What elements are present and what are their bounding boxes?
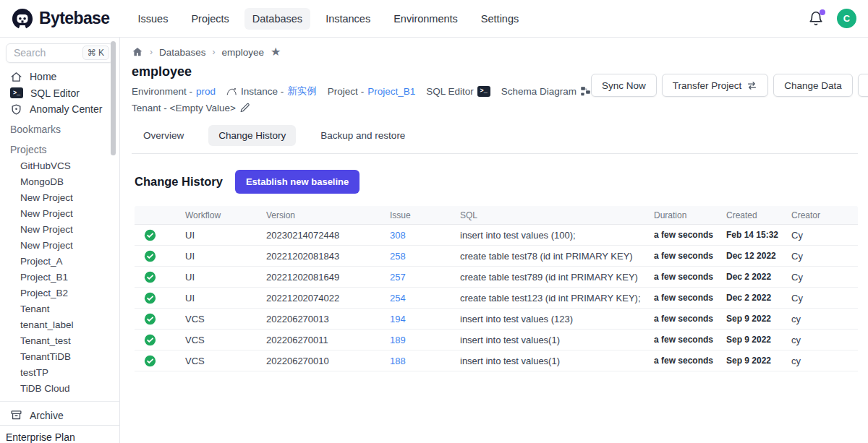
bookmarks-section-label: Bookmarks	[0, 120, 119, 137]
projects-section-label: Projects	[0, 140, 119, 158]
search-box[interactable]: ⌘ K	[6, 43, 114, 63]
table-header-row: Workflow Version Issue SQL Duration Crea…	[135, 206, 858, 225]
cell-sql: create table test789 (id int PRIMARY KEY…	[460, 272, 654, 283]
sidebar-scrollbar[interactable]	[111, 41, 116, 155]
cell-workflow: VCS	[185, 335, 266, 345]
nav-item[interactable]: Projects	[183, 8, 237, 30]
cell-duration: a few seconds	[654, 335, 726, 345]
sidebar-project-item[interactable]: New Project	[0, 189, 119, 205]
sidebar-project-item[interactable]: TenantTiDB	[0, 348, 119, 364]
nav-item[interactable]: Issues	[129, 8, 176, 30]
sidebar-project-item[interactable]: New Project	[0, 221, 119, 237]
project-link[interactable]: Project_B1	[367, 86, 415, 97]
cell-version: 202206270013	[266, 314, 390, 324]
instance-link[interactable]: 新实例	[287, 85, 317, 98]
sidebar-project-item[interactable]: TiDB Cloud	[0, 380, 119, 396]
table-row[interactable]: VCS 202206270010 188 insert into test va…	[135, 350, 858, 371]
notification-dot	[820, 9, 825, 15]
issue-link[interactable]: 257	[390, 272, 460, 283]
cell-created: Dec 2 2022	[726, 272, 791, 282]
project-meta: Project - Project_B1	[328, 86, 415, 97]
cell-sql: create table test123 (id int PRIMARY KEY…	[460, 293, 654, 304]
table-row[interactable]: UI 20221202074022 254 create table test1…	[135, 288, 858, 309]
status-success-icon	[135, 355, 185, 367]
issue-link[interactable]: 189	[390, 335, 460, 345]
sidebar-project-item[interactable]: GitHubVCS	[0, 158, 119, 173]
transfer-arrows-icon	[746, 80, 757, 91]
status-success-icon	[135, 313, 185, 325]
change-history-section: Change History Establish new baseline Wo…	[132, 154, 858, 371]
sidebar-project-item[interactable]: New Project	[0, 205, 119, 221]
main-content: › Databases › employee ★ employee Enviro…	[120, 38, 868, 443]
bytebase-logo[interactable]: Bytebase	[12, 8, 109, 30]
notifications-bell-icon[interactable]	[808, 11, 824, 27]
nav-item[interactable]: Instances	[318, 8, 378, 30]
navbar-right: C	[808, 9, 856, 28]
issue-link[interactable]: 188	[390, 356, 460, 366]
issue-link[interactable]: 194	[390, 314, 460, 324]
cell-created: Feb 14 15:32	[726, 230, 791, 240]
issue-link[interactable]: 254	[390, 293, 460, 304]
table-row[interactable]: VCS 202206270013 194 insert into test va…	[135, 309, 858, 330]
shield-icon	[10, 103, 22, 116]
cell-sql: insert into test values(1)	[460, 356, 654, 366]
nav-item[interactable]: Environments	[386, 8, 466, 30]
nav-item[interactable]: Databases	[244, 8, 310, 30]
alter-schema-button[interactable]: Alter Schema	[858, 74, 868, 97]
establish-baseline-button[interactable]: Establish new baseline	[235, 170, 359, 194]
schema-diagram-icon	[580, 86, 591, 97]
sidebar-item-sql-editor[interactable]: >_ SQL Editor	[0, 85, 119, 101]
schema-diagram-shortcut[interactable]: Schema Diagram	[501, 86, 591, 97]
sidebar-item-anomaly-center[interactable]: Anomaly Center	[0, 101, 119, 118]
sidebar-project-item[interactable]: tenant_label	[0, 317, 119, 332]
sidebar-project-item[interactable]: Project_B1	[0, 269, 119, 285]
environment-link[interactable]: prod	[196, 86, 216, 97]
table-row[interactable]: VCS 202206270011 189 insert into test va…	[135, 330, 858, 350]
archive-icon	[10, 409, 22, 421]
cell-creator: cy	[791, 356, 858, 366]
cell-sql: create table test78 (id int PRIMARY KEY)	[460, 251, 654, 262]
sidebar-project-item[interactable]: Tenant_test	[0, 332, 119, 348]
cell-sql: insert into test values (100);	[460, 230, 654, 241]
transfer-project-button[interactable]: Transfer Project	[662, 74, 769, 97]
table-row[interactable]: UI 20230214072448 308 insert into test v…	[135, 225, 858, 246]
sync-now-button[interactable]: Sync Now	[591, 74, 657, 97]
tab[interactable]: Backup and restore	[310, 125, 415, 146]
sidebar-item-archive[interactable]: Archive	[0, 407, 119, 423]
bookmark-star-icon[interactable]: ★	[271, 46, 281, 58]
edit-pencil-icon[interactable]	[239, 103, 250, 113]
nav-item[interactable]: Settings	[473, 8, 527, 30]
search-input[interactable]	[14, 47, 80, 59]
tab[interactable]: Change History	[208, 125, 296, 146]
sidebar-project-item[interactable]: New Project	[0, 237, 119, 253]
breadcrumb-databases[interactable]: Databases	[159, 47, 206, 58]
table-row[interactable]: UI 20221202081649 257 create table test7…	[135, 267, 858, 288]
change-history-heading: Change History	[135, 175, 223, 189]
change-history-table: Workflow Version Issue SQL Duration Crea…	[135, 206, 858, 371]
issue-link[interactable]: 308	[390, 230, 460, 241]
cell-sql: insert into test values(1)	[460, 335, 654, 345]
sidebar-project-item[interactable]: Tenant	[0, 301, 119, 317]
bytebase-logo-icon	[12, 8, 33, 30]
main-nav: Issues Projects Databases Instances Envi…	[129, 8, 527, 30]
sidebar-project-item[interactable]: Project_B2	[0, 285, 119, 301]
sql-editor-shortcut[interactable]: SQL Editor >_	[426, 86, 490, 97]
breadcrumb-employee[interactable]: employee	[222, 47, 265, 58]
tenant-meta: Tenant - <Empty Value>	[132, 103, 250, 113]
cell-workflow: UI	[185, 230, 266, 241]
sidebar-project-item[interactable]: MongoDB	[0, 173, 119, 189]
sidebar-project-item[interactable]: Project_A	[0, 253, 119, 269]
plan-label[interactable]: Enterprise Plan	[0, 425, 119, 443]
change-data-button[interactable]: Change Data	[773, 74, 853, 97]
user-avatar[interactable]: C	[837, 9, 856, 28]
environment-meta: Environment - prod	[132, 86, 216, 97]
breadcrumb-home-icon[interactable]	[132, 46, 143, 58]
cell-creator: Cy	[791, 293, 858, 304]
sidebar-item-home[interactable]: Home	[0, 69, 119, 85]
cell-creator: Cy	[791, 251, 858, 262]
sidebar-project-item[interactable]: testTP	[0, 364, 119, 380]
breadcrumb: › Databases › employee ★	[132, 46, 858, 58]
issue-link[interactable]: 258	[390, 251, 460, 262]
tab[interactable]: Overview	[133, 125, 194, 146]
table-row[interactable]: UI 20221202081843 258 create table test7…	[135, 246, 858, 267]
